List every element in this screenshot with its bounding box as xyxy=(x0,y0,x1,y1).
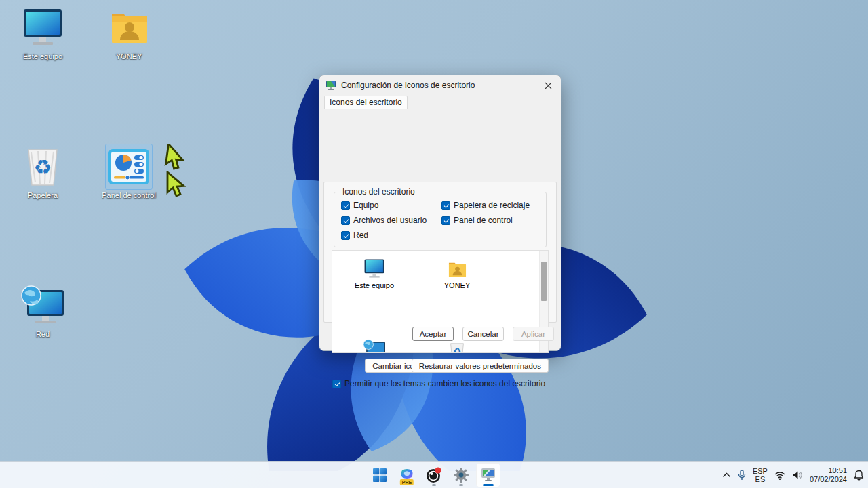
checkbox-equipo[interactable]: Equipo xyxy=(341,201,441,210)
display-settings-icon xyxy=(480,468,496,483)
checkbox-red[interactable]: Red xyxy=(341,230,441,240)
ok-button[interactable]: Aceptar xyxy=(412,327,454,341)
dialog-title: Configuración de iconos de escritorio xyxy=(341,81,542,90)
recycle-bin-icon: ♻ xyxy=(20,144,66,189)
taskbar: PRE xyxy=(0,461,868,488)
notification-bell-icon[interactable] xyxy=(854,470,864,481)
preview-item-este-equipo[interactable]: Este equipo xyxy=(334,256,415,289)
desktop-icon-label: Papelera xyxy=(10,191,75,200)
speaker-icon[interactable] xyxy=(792,470,803,480)
desktop-icon-este-equipo[interactable]: Este equipo xyxy=(10,5,75,61)
desktop-icon-label: Red xyxy=(10,330,75,339)
cursor-arrow-icon xyxy=(163,171,191,199)
desktop-icon-settings-dialog: Configuración de iconos de escritorio Ic… xyxy=(319,75,561,351)
computer-icon xyxy=(363,256,386,279)
desktop-icon-panel-de-control[interactable]: Panel de control xyxy=(96,144,161,200)
desktop-icon-label: Panel de control xyxy=(96,191,161,200)
system-tray: ESP ES 10:51 07/02/2024 xyxy=(722,462,864,488)
checkbox-checked-icon[interactable] xyxy=(441,216,450,225)
tray-chevron-up-icon[interactable] xyxy=(722,472,731,478)
groupbox-iconos-del-escritorio: Iconos del escritorio Equipo Papelera de… xyxy=(334,192,547,247)
desktop-icon-papelera[interactable]: ♻ Papelera xyxy=(10,144,75,200)
close-icon[interactable] xyxy=(542,79,554,92)
desktop-icon-yoney[interactable]: YONEY xyxy=(96,5,161,61)
taskbar-center: PRE xyxy=(368,462,500,488)
preview-scrollbar-thumb[interactable] xyxy=(541,262,547,301)
user-folder-icon xyxy=(106,5,152,50)
cancel-button[interactable]: Cancelar xyxy=(462,327,504,341)
desktop: Este equipo YONEY ♻ Papelera xyxy=(0,0,868,488)
gear-icon xyxy=(453,467,469,483)
svg-text:♻: ♻ xyxy=(34,155,52,179)
clock[interactable]: 10:51 07/02/2024 xyxy=(810,466,847,484)
settings-button[interactable] xyxy=(449,463,473,487)
preview-item-yoney[interactable]: YONEY xyxy=(416,256,498,289)
running-indicator xyxy=(459,484,463,486)
dialog-footer: Aceptar Cancelar Aplicar xyxy=(319,323,561,350)
active-running-indicator xyxy=(483,484,494,486)
obs-studio-button[interactable] xyxy=(422,463,446,487)
obs-studio-icon xyxy=(425,466,443,484)
clock-time: 10:51 xyxy=(810,466,847,475)
network-icon xyxy=(20,283,66,328)
computer-icon xyxy=(20,5,66,50)
checkbox-archivos-del-usuario[interactable]: Archivos del usuario xyxy=(341,216,441,225)
running-indicator xyxy=(432,484,436,486)
start-button[interactable] xyxy=(368,463,392,487)
copilot-preview-button[interactable]: PRE xyxy=(395,463,419,487)
apply-button[interactable]: Aplicar xyxy=(513,327,554,341)
control-panel-icon xyxy=(106,144,152,189)
pre-badge: PRE xyxy=(400,479,414,485)
desktop-icon-settings-taskbar-button[interactable] xyxy=(476,463,500,487)
checkbox-panel-de-control[interactable]: Panel de control xyxy=(441,216,542,225)
groupbox-title: Iconos del escritorio xyxy=(340,187,418,197)
language-indicator[interactable]: ESP ES xyxy=(753,467,768,483)
checkbox-grid: Equipo Papelera de reciclaje Archivos de… xyxy=(341,201,542,240)
windows-logo-icon xyxy=(372,468,387,483)
user-folder-icon xyxy=(446,256,469,279)
preview-item-label: YONEY xyxy=(416,281,498,289)
desktop-icon-red[interactable]: Red xyxy=(10,283,75,339)
tab-strip: Iconos del escritorio xyxy=(319,96,561,109)
wifi-icon[interactable] xyxy=(774,471,785,480)
restore-defaults-button[interactable]: Restaurar valores predeterminados xyxy=(412,359,549,373)
theme-change-checkbox[interactable]: Permitir que los temas cambien los icono… xyxy=(332,379,545,388)
checkbox-checked-icon[interactable] xyxy=(341,231,350,240)
checkbox-checked-icon[interactable] xyxy=(441,201,450,210)
desktop-icon-label: YONEY xyxy=(96,52,161,61)
checkbox-papelera-de-reciclaje[interactable]: Papelera de reciclaje xyxy=(441,201,542,210)
checkbox-checked-icon[interactable] xyxy=(332,380,341,388)
desktop-icon-label: Este equipo xyxy=(10,52,75,61)
tab-page: Iconos del escritorio Equipo Papelera de… xyxy=(323,182,557,323)
clock-date: 07/02/2024 xyxy=(810,475,847,484)
cursor-arrow-icon xyxy=(163,144,190,172)
preview-item-label: Este equipo xyxy=(334,281,415,289)
tab-iconos-del-escritorio[interactable]: Iconos del escritorio xyxy=(324,96,408,109)
checkbox-checked-icon[interactable] xyxy=(341,201,350,210)
checkbox-checked-icon[interactable] xyxy=(341,216,350,225)
display-settings-icon xyxy=(326,80,336,91)
microphone-icon[interactable] xyxy=(738,470,746,481)
dialog-titlebar[interactable]: Configuración de iconos de escritorio xyxy=(319,75,561,96)
